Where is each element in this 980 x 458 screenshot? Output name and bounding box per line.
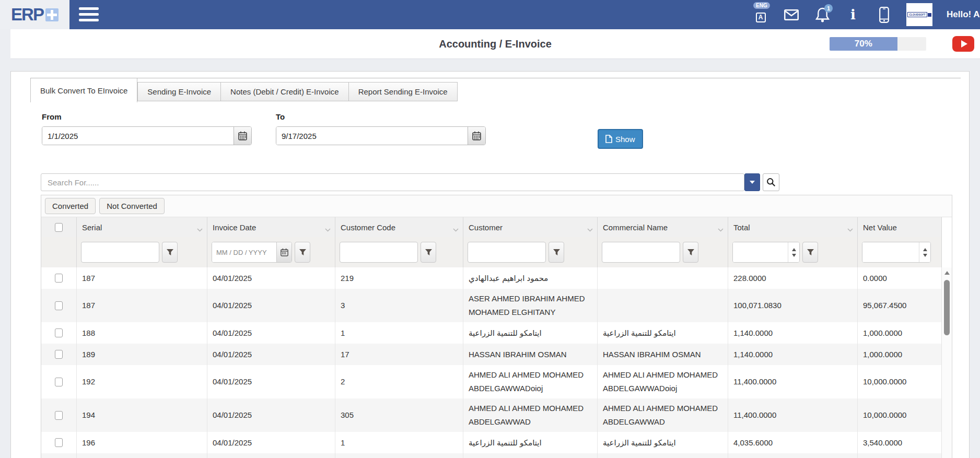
tab-bulk-convert[interactable]: Bulk Convert To EInvoice	[30, 78, 137, 102]
vertical-scrollbar[interactable]	[941, 267, 952, 458]
progress-fill: 70%	[830, 37, 897, 51]
step-down-icon	[792, 254, 796, 257]
erp-logo-plus-icon	[45, 8, 59, 21]
translate-a-icon: A	[756, 13, 766, 22]
cell-invoice-date: 04/01/2025	[207, 289, 335, 322]
youtube-icon[interactable]	[952, 36, 974, 52]
scroll-up-icon[interactable]	[944, 271, 950, 275]
search-button[interactable]	[763, 173, 779, 191]
table-row: 18804/01/20251ايتامكو للتنمية الزراعيةاي…	[41, 322, 941, 344]
cell-invoice-date: 04/01/2025	[207, 453, 335, 458]
customer-filter-input[interactable]	[468, 242, 546, 263]
cell-net-value: 95,067.4500	[858, 289, 941, 322]
chevron-down-icon	[453, 225, 459, 233]
tab-report-sending[interactable]: Report Sending E-Invoice	[349, 82, 458, 101]
chevron-down-icon	[750, 181, 755, 184]
table-header: Serial Invoice Date Customer Code Custom…	[41, 217, 952, 237]
cell-customer-code: 1	[335, 322, 463, 344]
erp-logo[interactable]: ERP	[0, 0, 69, 29]
column-header-invoice-date[interactable]: Invoice Date	[207, 217, 335, 237]
total-filter-input[interactable]	[733, 242, 788, 262]
table-row: 19704/01/20254ALEEN MOHAMMAD ISMAIL RADI…	[41, 453, 941, 458]
commercial-name-filter-button[interactable]	[683, 242, 698, 263]
language-icon[interactable]: ENG A	[752, 5, 769, 24]
cell-total: 1,140.0000	[728, 322, 858, 344]
customer-filter-button[interactable]	[549, 242, 564, 263]
date-range-section: From To Show	[42, 112, 969, 149]
cell-serial: 187	[77, 267, 207, 289]
serial-filter-input[interactable]	[81, 242, 159, 263]
company-logo-square	[928, 13, 931, 17]
invoice-date-filter-input[interactable]	[212, 242, 276, 262]
show-button[interactable]: Show	[598, 129, 643, 149]
filter-row	[41, 237, 952, 267]
company-logo[interactable]: CLOUDSOFT	[906, 3, 932, 26]
topbar-right: ENG A 1 i CLOUDSOFT Hello! Ahmed	[752, 0, 980, 29]
row-checkbox[interactable]	[55, 438, 63, 447]
filter-icon	[299, 249, 307, 256]
filter-icon	[553, 249, 561, 256]
commercial-name-filter-input[interactable]	[602, 242, 680, 263]
not-converted-button[interactable]: Not Converted	[99, 198, 165, 214]
cell-net-value: 10,000.0000	[858, 398, 941, 432]
table-row: 19204/01/20252AHMED ALI AHMED MOHAMED AB…	[41, 365, 941, 398]
serial-filter-button[interactable]	[162, 242, 178, 263]
mobile-icon[interactable]	[876, 5, 892, 24]
net-value-stepper[interactable]	[919, 242, 930, 262]
net-value-filter-input[interactable]	[862, 242, 919, 262]
tab-sending-einvoice[interactable]: Sending E-Invoice	[137, 82, 221, 101]
from-date-group	[42, 126, 252, 145]
cell-customer-code: 4	[335, 453, 463, 458]
search-dropdown-button[interactable]	[744, 173, 760, 191]
invoice-date-filter-button[interactable]	[295, 242, 310, 263]
scrollbar-thumb[interactable]	[944, 280, 950, 335]
row-checkbox[interactable]	[55, 411, 63, 420]
cell-net-value: 3,540.0000	[858, 432, 941, 453]
row-checkbox[interactable]	[55, 350, 63, 359]
user-greeting[interactable]: Hello! Ahmed	[947, 9, 980, 20]
mail-icon[interactable]	[783, 5, 800, 24]
from-date-input[interactable]	[42, 127, 234, 145]
to-date-input[interactable]	[276, 127, 468, 145]
cell-customer: HASSAN IBRAHIM OSMAN	[463, 344, 598, 365]
column-header-commercial-name[interactable]: Commercial Name	[598, 217, 728, 237]
cell-net-value: 10,000.0000	[858, 365, 941, 398]
cell-customer-code: 219	[335, 267, 463, 289]
cell-commercial-name: ايتامكو للتنمية الزراعية	[598, 322, 728, 344]
column-header-customer-code[interactable]: Customer Code	[335, 217, 463, 237]
column-header-total[interactable]: Total	[728, 217, 858, 237]
cell-commercial-name: AHMED ALI AHMED MOHAMED ABDELGAWWADoioj	[598, 365, 728, 398]
column-header-customer[interactable]: Customer	[463, 217, 598, 237]
hamburger-menu-icon[interactable]	[79, 7, 99, 29]
cell-total: 100,071.0830	[728, 289, 858, 322]
search-input[interactable]	[41, 173, 744, 191]
customer-code-filter-input[interactable]	[340, 242, 418, 263]
row-checkbox[interactable]	[55, 274, 63, 283]
cell-total: 11,400.0000	[728, 398, 858, 432]
chevron-down-icon	[325, 225, 331, 233]
row-checkbox[interactable]	[55, 378, 63, 386]
info-icon[interactable]: i	[845, 5, 861, 24]
total-filter-button[interactable]	[802, 242, 818, 263]
cell-serial: 188	[77, 322, 207, 344]
from-calendar-icon[interactable]	[234, 127, 251, 145]
column-header-net-value[interactable]: Net Value	[858, 217, 941, 237]
table-body-wrap: 18704/01/2025219محمود ابراهيم عبدالهادي2…	[41, 267, 952, 458]
column-header-serial[interactable]: Serial	[77, 217, 207, 237]
converted-button[interactable]: Converted	[45, 198, 96, 214]
bell-icon[interactable]: 1	[814, 5, 831, 24]
select-all-checkbox[interactable]	[55, 223, 63, 232]
tab-notes-einvoice[interactable]: Notes (Debit / Credit) E-Invoice	[221, 82, 349, 101]
row-checkbox[interactable]	[55, 328, 63, 337]
search-icon	[766, 178, 776, 187]
progress-bar: 70%	[830, 37, 926, 51]
cell-invoice-date: 04/01/2025	[207, 365, 335, 398]
to-calendar-icon[interactable]	[468, 127, 485, 145]
from-label: From	[42, 112, 252, 121]
row-checkbox[interactable]	[55, 301, 63, 310]
total-stepper[interactable]	[788, 242, 799, 262]
cell-customer: AHMED ALI AHMED MOHAMED ABDELGAWWADoioj	[463, 365, 598, 398]
customer-code-filter-button[interactable]	[421, 242, 436, 263]
cell-customer-code: 17	[335, 344, 463, 365]
filter-calendar-icon[interactable]	[276, 242, 291, 262]
